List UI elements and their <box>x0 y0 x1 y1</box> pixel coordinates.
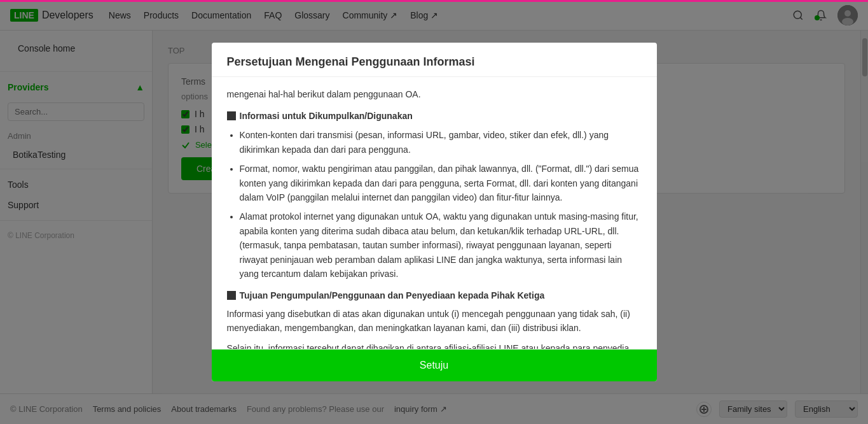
modal-title: Persetujuan Mengenai Penggunaan Informas… <box>227 55 642 69</box>
modal-body[interactable]: mengenai hal-hal berikut dalam penggunaa… <box>212 77 657 350</box>
modal-bullet-1: Konten-konten dari transmisi (pesan, inf… <box>240 128 642 157</box>
modal-header: Persetujuan Mengenai Penggunaan Informas… <box>212 43 657 77</box>
modal-bullet-2: Format, nomor, waktu pengiriman atau pan… <box>240 162 642 204</box>
modal-section2-title: Tujuan Pengumpulan/Penggunaan dan Penyed… <box>227 288 642 302</box>
modal-intro: mengenai hal-hal berikut dalam penggunaa… <box>227 87 642 101</box>
section1-square-icon <box>227 111 236 120</box>
modal-para1: Informasi yang disebutkan di atas akan d… <box>227 307 642 336</box>
modal-bullets: Konten-konten dari transmisi (pesan, inf… <box>240 128 642 281</box>
section1-title-text: Informasi untuk Dikumpulkan/Digunakan <box>240 109 413 123</box>
modal-overlay[interactable]: Persetujuan Mengenai Penggunaan Informas… <box>0 0 868 424</box>
section2-title-text: Tujuan Pengumpulan/Penggunaan dan Penyed… <box>240 288 545 302</box>
top-accent-bar <box>0 0 868 2</box>
section2-square-icon <box>227 291 236 300</box>
modal-footer: Setuju <box>212 349 657 381</box>
modal-bullet-3: Alamat protokol internet yang digunakan … <box>240 209 642 281</box>
modal-dialog: Persetujuan Mengenai Penggunaan Informas… <box>212 43 657 382</box>
modal-para2: Selain itu, informasi tersebut dapat dib… <box>227 341 642 349</box>
agree-button[interactable]: Setuju <box>212 350 657 381</box>
modal-section1-title: Informasi untuk Dikumpulkan/Digunakan <box>227 109 642 123</box>
